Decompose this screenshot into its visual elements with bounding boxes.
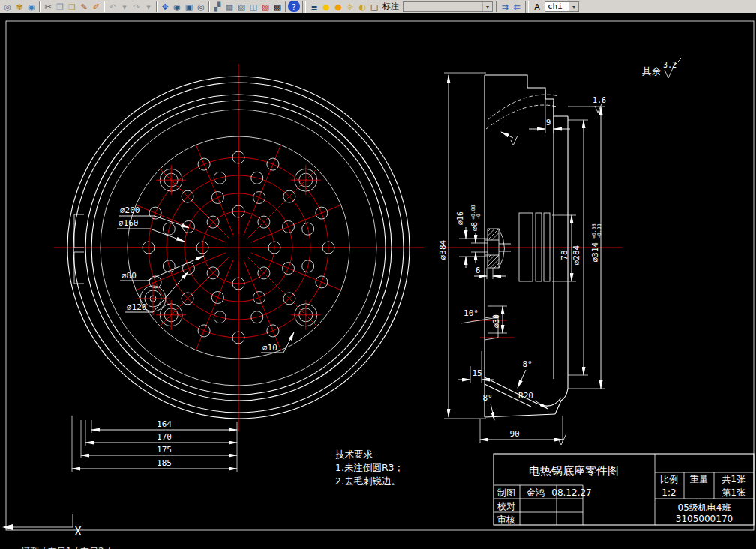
undo-dropdown-icon[interactable]: ▾ [118,1,130,12]
text-style-combo[interactable]: chi▾ [544,2,579,12]
toolbar-separator [496,2,497,12]
dim-label-d200: ⌀200 [120,206,140,215]
dim-style-combo[interactable]: ▾ [403,2,493,12]
surface-finish-note: 其余 3.2 [642,58,682,78]
calculator-icon[interactable]: ▩ [272,1,284,12]
sheet-set-icon[interactable]: ▧ [236,1,248,12]
svg-text:1.未注倒圆R3；: 1.未注倒圆R3； [335,462,404,473]
side-view-dimensions: ⌀384 ⌀16 ⌀8 +0.08 -0 6 [438,73,606,445]
roughness-icon [558,434,566,445]
svg-text:⌀314: ⌀314 [590,242,600,262]
dim-label-185: 185 [157,458,172,468]
ucs-icon: X [2,514,82,538]
dim-label-d10: ⌀10 [262,343,278,352]
dim-label-10deg: 10° [464,308,478,318]
audit-label: 审核 [497,514,515,525]
section-hatch [488,229,499,268]
weight-label: 重量 [690,474,708,484]
cut-icon[interactable]: ✂ [42,1,54,12]
dim-style-label: 标注 [382,1,399,12]
copy-icon[interactable]: ❐ [54,1,66,12]
dim-label-d8: ⌀8 +0.08 -0 [470,205,482,231]
layout-tabs[interactable]: 模型 / 布局1 / 布局2 / [0,540,756,549]
svg-text:-0: -0 [476,214,482,220]
dim-label-d80: ⌀80 [122,271,136,280]
render-icon[interactable]: ✾ [14,1,26,12]
undo-icon[interactable]: ↶ [106,1,118,12]
ucs-x-label: X [74,525,81,538]
toolbar-separator [302,1,306,13]
table-icon[interactable]: ▦ [224,1,236,12]
dim-label-r20: R20 [518,391,533,400]
main-toolbar: ◎✾◉✂❐❏✎✐↶▾↷▾✥◉▣◎▞▦▧◫▨▩?≣●●☼◐□标注▾⇉⇇Achi▾ [0,0,756,14]
chevron-down-icon[interactable]: ▾ [482,2,492,11]
svg-text:2.去毛刺锐边。: 2.去毛刺锐边。 [335,476,400,487]
plot-icon[interactable]: ◫ [248,1,260,12]
front-view-dimensions: ⌀200 ⌀160 ⌀80 ⌀120 ⌀10 164 170 175 185 [72,206,294,472]
toolbar-separator [156,2,158,12]
toolbar-separator [208,2,210,12]
dim-label-15: 15 [472,368,482,378]
dim-label-d160: ⌀160 [118,218,139,228]
draw-date: 08.12.27 [551,488,591,498]
zoom-previous-icon[interactable]: ◎ [195,1,207,12]
svg-text:-0.00: -0.00 [596,224,602,238]
draw-label: 制图 [497,488,515,498]
sheets-total: 共1张 [722,474,746,484]
preview-icon[interactable]: ◎ [2,1,14,12]
sphere-icon[interactable]: ◉ [26,1,38,12]
redo-dropdown-icon[interactable]: ▾ [142,1,154,12]
dim-label-164: 164 [157,419,172,429]
zoom-window-icon[interactable]: ▣ [183,1,195,12]
paste-icon[interactable]: ❏ [66,1,78,12]
layer-lock-icon[interactable]: ◐ [356,1,368,12]
zoom-realtime-icon[interactable]: ◉ [171,1,183,12]
org-name: 05级机电4班 [678,502,731,513]
layer-square-icon[interactable]: □ [368,1,380,12]
title-block: 电热锅底座零件图 制图 金鸿 08.12.27 校对 审核 比例 重量 共1张 … [494,454,754,525]
layers-icon[interactable]: ≣ [308,1,320,12]
dim-label-8deg-b: 8° [482,393,492,403]
layer-freeze-icon[interactable]: ☼ [344,1,356,12]
dim-label-d284: ⌀284 [572,244,581,265]
text-style-icon[interactable]: A [531,1,543,12]
scale-value: 1:2 [662,488,676,498]
dim-label-d120: ⌀120 [127,302,147,312]
dim-label-6: 6 [476,266,481,275]
chevron-down-icon[interactable]: ▾ [568,2,578,11]
pencil-edit-icon[interactable]: ✎ [78,1,90,12]
toolbar-separator [285,2,286,12]
toolbar-separator [39,2,40,12]
surface-roughness-value: 3.2 [663,61,676,69]
front-view [54,64,424,431]
svg-text:技术要求: 技术要求 [334,448,374,460]
layer-states-icon[interactable]: ⇇ [511,1,523,12]
layout-tab-labels[interactable]: 模型 / 布局1 / 布局2 / [21,546,110,549]
dim-label-d16: ⌀16 [456,212,464,225]
svg-text:⌀8: ⌀8 [470,222,478,231]
toolbar-separator [104,2,105,12]
help-icon[interactable]: ? [288,1,300,12]
redo-icon[interactable]: ↷ [130,1,142,12]
layer-translate-icon[interactable]: ⇉ [499,1,511,12]
draw-name: 金鸿 [526,488,544,498]
svg-text:其余: 其余 [642,65,662,76]
text-style-combo-value: chi [545,2,565,11]
student-no: 3105000170 [676,514,733,524]
dim-label-90: 90 [509,429,519,439]
dim-label-170: 170 [157,432,172,442]
layer-color-icon[interactable]: ● [332,1,344,12]
drawing-canvas[interactable]: ⌀200 ⌀160 ⌀80 ⌀120 ⌀10 164 170 175 185 [0,14,756,540]
match-properties-icon[interactable]: ✐ [90,1,102,12]
drawing-title: 电热锅底座零件图 [529,464,619,478]
dim-label-78: 78 [560,250,569,260]
sheet-no: 第1张 [722,488,746,498]
technical-requirements: 技术要求 1.未注倒圆R3； 2.去毛刺锐边。 [334,448,404,487]
markup-icon[interactable]: ▨ [260,1,272,12]
check-label: 校对 [496,501,515,512]
dim-label-8deg-a: 8° [522,359,532,369]
dim-label-d384: ⌀384 [438,239,448,260]
pan-icon[interactable]: ✥ [159,1,171,12]
quick-select-icon[interactable]: ▞ [212,1,224,12]
layer-on-icon[interactable]: ● [320,1,332,12]
